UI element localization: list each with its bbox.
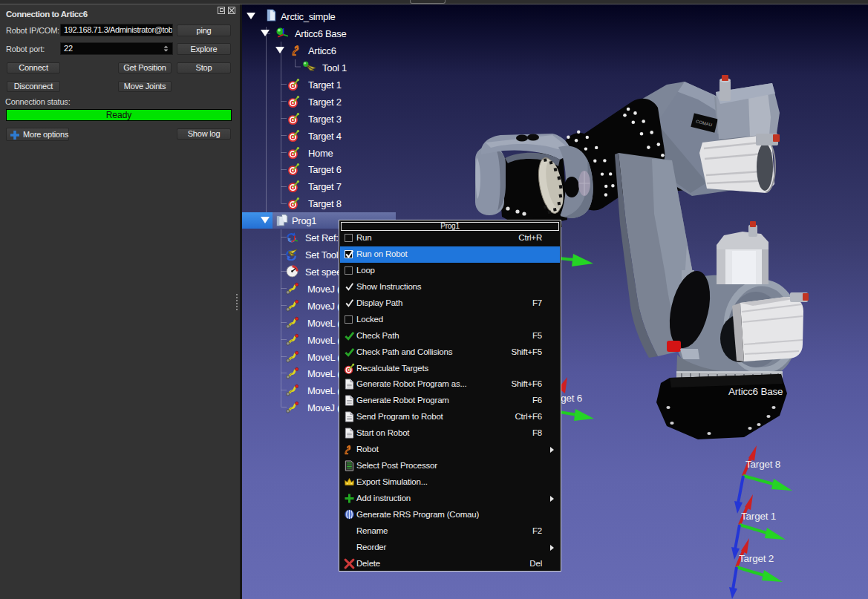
svg-text:Articc6 Base: Articc6 Base [728,386,783,397]
svg-text:Target 8: Target 8 [745,459,780,470]
svg-text:Target 2: Target 2 [739,553,774,564]
svg-text:Target 1: Target 1 [741,511,776,522]
